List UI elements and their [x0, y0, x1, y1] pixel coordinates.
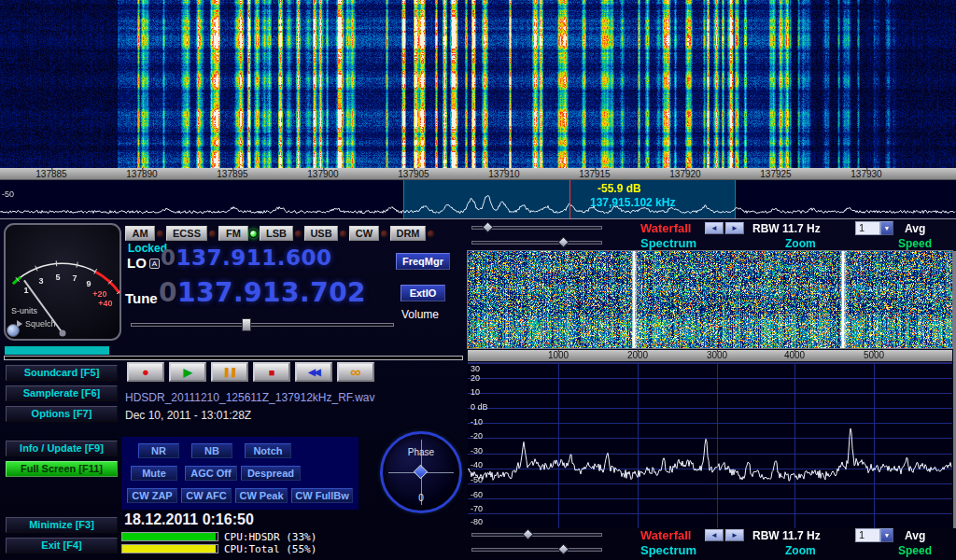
lo-frequency-display[interactable]: 0137.911.600 — [161, 245, 332, 270]
mute-button[interactable]: Mute — [131, 466, 177, 481]
shift-left-button[interactable]: ◄ — [705, 529, 724, 541]
tune-frequency-display[interactable]: 0137.913.702 — [159, 277, 366, 308]
agc-button[interactable]: AGC Off — [185, 466, 237, 481]
mode-button-ecss[interactable]: ECSS — [166, 226, 207, 241]
nr-button[interactable]: NR — [138, 443, 179, 458]
shift-right-button[interactable]: ► — [725, 529, 744, 541]
freq-tick: 137895 — [217, 169, 247, 179]
extio-button[interactable]: ExtIO — [401, 285, 445, 301]
samplerate-button[interactable]: Samplerate [F6] — [6, 385, 118, 401]
speed-label[interactable]: Speed — [898, 237, 932, 250]
fullscreen-button[interactable]: Full Screen [F11] — [6, 461, 118, 477]
waterfall-tab[interactable]: Waterfall — [640, 528, 691, 542]
spectrum-trace — [0, 180, 956, 219]
slider-thumb[interactable] — [482, 221, 494, 233]
shift-left-button[interactable]: ◄ — [705, 222, 724, 234]
record-button[interactable]: ● — [127, 362, 164, 382]
avg-label: Avg — [905, 222, 925, 235]
dropdown-arrow-icon[interactable]: ▼ — [880, 528, 893, 542]
main-waterfall-display[interactable] — [0, 0, 956, 168]
rewind-button[interactable]: ◀◀ — [295, 362, 332, 382]
cw-fullbw-button[interactable]: CW FullBw — [291, 488, 353, 503]
display-controls-top: Waterfall Spectrum ◄ ► RBW 11.7 Hz Zoom … — [470, 221, 955, 252]
cw-peak-button[interactable]: CW Peak — [235, 488, 288, 503]
tune-label: Tune — [125, 290, 158, 306]
waterfall-adjust-slider[interactable] — [471, 533, 602, 537]
mode-button-fm[interactable]: FM — [218, 226, 248, 241]
avg-select[interactable]: 1 ▼ — [855, 528, 893, 542]
exit-button[interactable]: Exit [F4] — [6, 538, 118, 553]
lo-frequency-prefix: 0 — [161, 245, 176, 270]
zoom-label[interactable]: Zoom — [785, 237, 816, 250]
info-update-button[interactable]: Info / Update [F9] — [6, 441, 118, 456]
spectrum-tab[interactable]: Spectrum — [640, 236, 696, 250]
spectrum-tab[interactable]: Spectrum — [640, 543, 696, 557]
options-button[interactable]: Options [F7] — [6, 406, 118, 422]
mode-button-am[interactable]: AM — [125, 226, 155, 241]
speed-label[interactable]: Speed — [898, 544, 932, 557]
freqmgr-button[interactable]: FreqMgr — [396, 253, 450, 270]
despread-button[interactable]: Despread — [241, 466, 301, 481]
meter-tick-label: +20 — [92, 289, 106, 299]
loop-icon: ∞ — [350, 364, 360, 381]
avg-select[interactable]: 1 ▼ — [855, 221, 893, 235]
cw-zap-button[interactable]: CW ZAP — [127, 488, 177, 503]
audio-frequency-scale[interactable]: 1000 2000 3000 4000 5000 — [468, 350, 952, 361]
main-spectrum-display[interactable]: -55.9 dB 137,915.102 kHz -50 — [0, 180, 956, 219]
audio-freq-tick: 4000 — [784, 350, 805, 360]
lo-frequency-digits[interactable]: 137.911.600 — [176, 245, 332, 270]
meter-tick-label: 5 — [55, 273, 60, 282]
audio-freq-tick: 2000 — [627, 350, 648, 360]
tune-frequency-digits[interactable]: 137.913.702 — [177, 277, 366, 308]
phase-value: 0 — [383, 493, 459, 503]
slider-thumb[interactable] — [557, 236, 569, 248]
freq-tick: 137930 — [851, 169, 881, 179]
pause-button[interactable]: ❚❚ — [211, 362, 248, 382]
mode-fm-led — [249, 230, 258, 238]
play-button[interactable]: ▶ — [169, 362, 206, 382]
squelch-slider-track[interactable] — [4, 356, 463, 360]
volume-slider[interactable] — [131, 323, 394, 327]
freq-tick: 137915 — [579, 169, 610, 179]
mode-selector: AM ECSS FM LSB USB CW DRM — [125, 226, 435, 241]
frequency-scale[interactable]: 137885 137890 137895 137900 137905 13791… — [0, 168, 956, 180]
mode-button-usb[interactable]: USB — [304, 226, 338, 241]
nb-button[interactable]: NB — [191, 443, 232, 458]
slider-thumb[interactable] — [522, 528, 534, 540]
tune-cursor[interactable] — [569, 180, 570, 218]
cpu-hdsdr-bar — [121, 532, 218, 541]
spectrum-adjust-slider[interactable] — [471, 241, 602, 245]
phase-marker-icon — [414, 465, 429, 480]
mode-button-lsb[interactable]: LSB — [260, 226, 293, 241]
stop-button[interactable]: ■ — [253, 362, 290, 382]
squelch-level-bar[interactable] — [5, 346, 109, 355]
minimize-button[interactable]: Minimize [F3] — [6, 517, 118, 533]
freq-tick: 137920 — [669, 169, 700, 179]
notch-button[interactable]: Notch — [245, 443, 291, 458]
cw-afc-button[interactable]: CW AFC — [181, 488, 232, 503]
volume-slider-thumb[interactable] — [242, 318, 251, 331]
soundcard-button[interactable]: Soundcard [F5] — [6, 365, 118, 381]
mode-button-cw[interactable]: CW — [349, 226, 379, 241]
slider-thumb[interactable] — [557, 543, 569, 555]
dsp-panel: NR NB Notch Mute AGC Off Despread CW ZAP… — [121, 437, 358, 510]
squelch-knob[interactable] — [7, 325, 20, 337]
mode-button-drm[interactable]: DRM — [390, 226, 426, 241]
squelch-label: Squelch — [25, 319, 56, 329]
dropdown-arrow-icon[interactable]: ▼ — [880, 221, 893, 235]
loop-button[interactable]: ∞ — [337, 362, 374, 382]
audio-spectrum-display[interactable] — [468, 363, 952, 528]
spectrum-adjust-slider[interactable] — [471, 548, 602, 552]
shift-right-button[interactable]: ► — [725, 222, 744, 234]
meter-tick-label: 9 — [86, 279, 91, 288]
tune-frequency-prefix: 0 — [159, 277, 177, 308]
db-axis-label: 0 dB — [471, 402, 488, 412]
zoom-label[interactable]: Zoom — [785, 544, 816, 557]
audio-waterfall-display[interactable] — [468, 251, 952, 348]
lo-lock-badge[interactable]: A — [149, 259, 160, 269]
audio-freq-tick: 5000 — [864, 350, 884, 360]
waterfall-tab[interactable]: Waterfall — [640, 221, 691, 235]
frequency-readout: 137,915.102 kHz — [590, 196, 675, 209]
waterfall-adjust-slider[interactable] — [471, 226, 602, 230]
cpu-total-bar — [121, 544, 218, 553]
